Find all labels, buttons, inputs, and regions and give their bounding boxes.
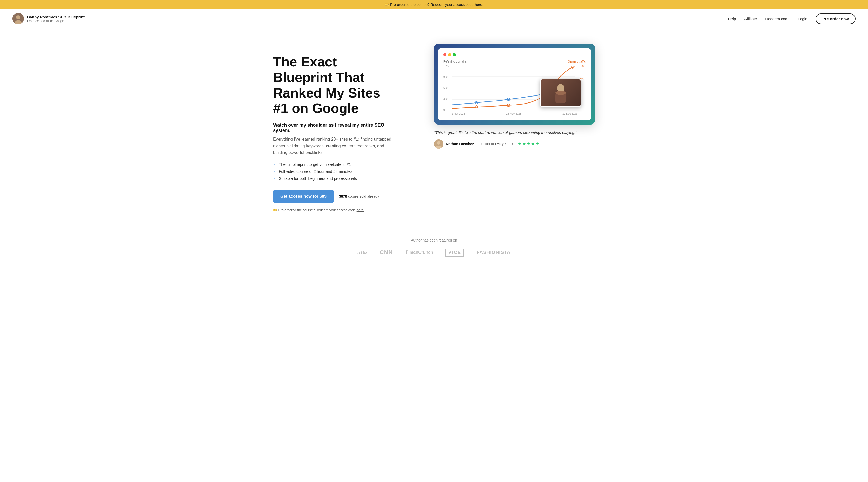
hero-title: The Exact Blueprint That Ranked My Sites…	[273, 54, 398, 116]
hero-description: Everything I've learned ranking 20+ site…	[273, 136, 398, 156]
author-role: Founder of Every & Lex	[477, 142, 513, 146]
star-3: ★	[527, 141, 530, 146]
chart-y-left: 1.2K 900 600 300 0	[443, 65, 449, 111]
copies-sold: 3876 copies sold already	[339, 194, 379, 198]
dot-green	[453, 53, 456, 56]
check-icon-3: ✓	[273, 176, 276, 180]
feature-1-text: The full blueprint to get your website t…	[279, 162, 351, 166]
y-label-4: 0	[443, 108, 449, 111]
hero-redeem: 🎫 Pre-ordered the course? Redeem your ac…	[273, 208, 398, 212]
top-banner: 🎫 Pre-ordered the course? Redeem your ac…	[0, 0, 868, 9]
feature-1: ✓ The full blueprint to get your website…	[273, 162, 398, 166]
svg-point-20	[437, 141, 440, 145]
logo-techcrunch: ⊺ TechCrunch	[405, 249, 433, 256]
dot-red	[443, 53, 446, 56]
video-thumbnail[interactable]	[540, 78, 582, 107]
author-name: Nathan Baschez	[446, 142, 474, 146]
brand-text: Danny Postma's SEO Blueprint From Zero t…	[27, 15, 85, 23]
check-icon-2: ✓	[273, 169, 276, 173]
hero-left: The Exact Blueprint That Ranked My Sites…	[273, 44, 398, 212]
y-right-0: 30K	[579, 65, 586, 67]
y-label-0: 1.2K	[443, 65, 449, 67]
brand: Danny Postma's SEO Blueprint From Zero t…	[12, 13, 85, 24]
access-button[interactable]: Get access now for $89	[273, 190, 334, 203]
star-rating: ★ ★ ★ ★ ★	[518, 141, 539, 146]
y-label-3: 300	[443, 98, 449, 100]
y-label-2: 600	[443, 87, 449, 90]
logo-fashionista: FASHIONISTA	[476, 250, 510, 255]
svg-point-18	[556, 91, 566, 95]
x-label-1: 28 May 2023	[506, 112, 521, 115]
feature-3: ✓ Suitable for both beginners and profes…	[273, 176, 398, 181]
tc-icon: ⊺	[405, 249, 407, 256]
nav-links: Help Affiliate Redeem code Login Pre-ord…	[728, 13, 856, 24]
logo-a16z: a16z	[358, 249, 367, 256]
browser-dots	[443, 53, 586, 56]
chart-labels: Referring domains Organic traffic	[443, 60, 586, 63]
nav-affiliate[interactable]: Affiliate	[744, 17, 757, 21]
star-2: ★	[522, 141, 526, 146]
hero-right: Referring domains Organic traffic 1.2K 9…	[413, 44, 595, 149]
copies-count: 3876	[339, 194, 347, 198]
chart-area: 1.2K 900 600 300 0 30K 22.5K	[443, 65, 586, 111]
chart-label-left: Referring domains	[443, 60, 467, 63]
banner-link[interactable]: here.	[474, 3, 483, 7]
feature-3-text: Suitable for both beginners and professi…	[279, 176, 357, 181]
author-avatar	[434, 139, 443, 149]
logo-vice: VICE	[445, 249, 464, 257]
nav-login[interactable]: Login	[798, 17, 808, 21]
video-thumb-inner	[541, 79, 581, 106]
logo-cnn: CNN	[380, 249, 393, 256]
nav-help[interactable]: Help	[728, 17, 736, 21]
featured-label: Author has been featured on	[12, 238, 856, 242]
feature-2: ✓ Full video course of 2 hour and 58 min…	[273, 169, 398, 173]
feature-2-text: Full video course of 2 hour and 58 minut…	[279, 169, 352, 173]
x-label-2: 22 Dec 2023	[562, 112, 577, 115]
testimonial-author: Nathan Baschez Founder of Every & Lex ★ …	[434, 139, 595, 149]
nav-redeem[interactable]: Redeem code	[765, 17, 789, 21]
star-1: ★	[518, 141, 522, 146]
featured-logos: a16z CNN ⊺ TechCrunch VICE FASHIONISTA	[12, 249, 856, 257]
redeem-link[interactable]: here.	[356, 208, 365, 212]
chart-card: Referring domains Organic traffic 1.2K 9…	[434, 44, 595, 125]
redeem-text: 🎫 Pre-ordered the course? Redeem your ac…	[273, 208, 356, 212]
testimonial-card: "This is great. It's like the startup ve…	[434, 130, 595, 149]
preorder-button[interactable]: Pre-order now	[815, 13, 856, 24]
chart-x-labels: 1 Nov 2022 28 May 2023 22 Dec 2023	[443, 112, 586, 115]
featured-section: Author has been featured on a16z CNN ⊺ T…	[0, 227, 868, 267]
brand-title: Danny Postma's SEO Blueprint	[27, 15, 85, 19]
testimonial-quote: "This is great. It's like the startup ve…	[434, 130, 595, 136]
check-icon-1: ✓	[273, 162, 276, 166]
star-5: ★	[535, 141, 539, 146]
navbar: Danny Postma's SEO Blueprint From Zero t…	[0, 9, 868, 28]
star-4: ★	[531, 141, 535, 146]
brand-sub: From Zero to #1 on Google	[27, 19, 85, 23]
y-label-1: 900	[443, 75, 449, 78]
banner-text: 🎫 Pre-ordered the course? Redeem your ac…	[385, 3, 474, 7]
avatar	[12, 13, 24, 24]
chart-label-right: Organic traffic	[568, 60, 586, 63]
svg-point-1	[16, 15, 20, 20]
copies-label: copies sold already	[348, 194, 379, 198]
hero-features: ✓ The full blueprint to get your website…	[273, 162, 398, 181]
x-label-0: 1 Nov 2022	[452, 112, 465, 115]
chart-inner: Referring domains Organic traffic 1.2K 9…	[438, 48, 591, 120]
cta-row: Get access now for $89 3876 copies sold …	[273, 190, 398, 203]
hero-section: The Exact Blueprint That Ranked My Sites…	[252, 28, 616, 222]
dot-yellow	[448, 53, 451, 56]
hero-subtitle: Watch over my shoulder as I reveal my en…	[273, 123, 398, 133]
